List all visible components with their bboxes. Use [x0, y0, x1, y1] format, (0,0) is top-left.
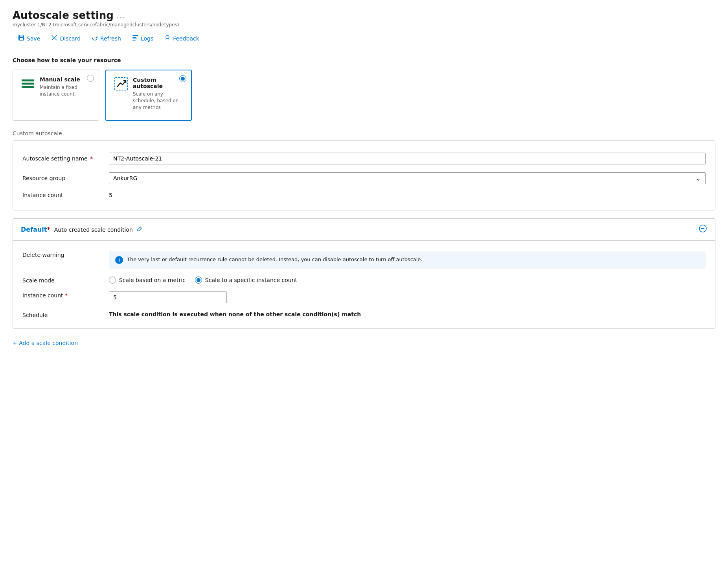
- delete-warning-label: Delete warning: [22, 251, 109, 258]
- schedule-label: Schedule: [22, 311, 109, 318]
- autoscale-name-label: Autoscale setting name *: [22, 155, 109, 162]
- svg-rect-9: [22, 86, 34, 88]
- add-scale-condition-button[interactable]: + Add a scale condition: [13, 337, 715, 349]
- scale-mode-options: Scale based on a metric Scale to a speci…: [109, 277, 706, 284]
- scale-options: Manual scale Maintain a fixed instance c…: [13, 70, 715, 121]
- save-icon: [18, 35, 24, 42]
- logs-button[interactable]: Logs: [127, 32, 159, 45]
- resource-group-row: Resource group AnkurRG: [22, 168, 706, 188]
- autoscale-name-row: Autoscale setting name *: [22, 149, 706, 168]
- custom-autoscale-radio[interactable]: [179, 75, 186, 82]
- scale-mode-label: Scale mode: [22, 277, 109, 284]
- feedback-icon: [164, 35, 171, 42]
- condition-instance-count-row: Instance count *: [22, 288, 706, 307]
- delete-warning-value: i The very last or default recurrence ru…: [109, 251, 706, 269]
- scale-metric-option[interactable]: Scale based on a metric: [109, 277, 186, 284]
- svg-rect-7: [22, 79, 34, 81]
- delete-warning-row: Delete warning i The very last or defaul…: [22, 247, 706, 273]
- svg-rect-2: [132, 35, 138, 36]
- discard-icon: [51, 35, 57, 42]
- resource-group-control: AnkurRG: [109, 172, 706, 184]
- custom-autoscale-card[interactable]: Custom autoscale Scale on any schedule, …: [105, 70, 192, 121]
- scale-condition-box: Default* Auto created scale condition De…: [13, 218, 715, 329]
- manual-scale-icon: [21, 76, 35, 90]
- condition-header-left: Default* Auto created scale condition: [21, 226, 142, 233]
- condition-body: Delete warning i The very last or defaul…: [13, 241, 715, 328]
- instance-count-row: Instance count 5: [22, 188, 706, 202]
- condition-default-label: Default*: [21, 226, 50, 233]
- manual-scale-content: Manual scale Maintain a fixed instance c…: [40, 76, 91, 98]
- autoscale-name-input[interactable]: [109, 153, 706, 164]
- condition-delete-icon[interactable]: [699, 224, 707, 235]
- choose-scale-title: Choose how to scale your resource: [13, 57, 715, 63]
- condition-instance-label: Instance count *: [22, 291, 109, 299]
- instance-count-input[interactable]: [109, 291, 227, 303]
- condition-name: Auto created scale condition: [54, 227, 133, 233]
- manual-scale-card[interactable]: Manual scale Maintain a fixed instance c…: [13, 70, 99, 121]
- autoscale-settings-form: Autoscale setting name * Resource group …: [13, 140, 715, 210]
- edit-icon[interactable]: [137, 226, 142, 233]
- info-icon: i: [115, 256, 123, 264]
- svg-rect-8: [22, 83, 34, 85]
- toolbar: Save Discard Refresh Logs Feedback: [13, 32, 715, 49]
- instance-count-label: Instance count: [22, 192, 109, 198]
- scale-instance-radio[interactable]: [195, 277, 202, 284]
- svg-rect-3: [132, 37, 136, 38]
- svg-rect-4: [132, 39, 137, 39]
- schedule-value: This scale condition is executed when no…: [109, 311, 706, 317]
- refresh-button[interactable]: Refresh: [86, 32, 127, 45]
- custom-autoscale-content: Custom autoscale Scale on any schedule, …: [133, 77, 183, 111]
- save-button[interactable]: Save: [13, 32, 46, 45]
- page-title: Autoscale setting ...: [13, 9, 715, 21]
- resource-group-select[interactable]: AnkurRG: [109, 172, 706, 184]
- custom-autoscale-section-label: Custom autoscale: [13, 130, 715, 136]
- logs-icon: [132, 35, 138, 42]
- resource-group-label: Resource group: [22, 175, 109, 181]
- refresh-icon: [92, 35, 98, 42]
- condition-header: Default* Auto created scale condition: [13, 219, 715, 241]
- custom-autoscale-icon: [114, 77, 128, 91]
- scale-mode-row: Scale mode Scale based on a metric Scale…: [22, 273, 706, 288]
- feedback-button[interactable]: Feedback: [159, 32, 205, 45]
- scale-instance-option[interactable]: Scale to a specific instance count: [195, 277, 297, 284]
- manual-scale-radio[interactable]: [87, 75, 94, 82]
- scale-metric-radio[interactable]: [109, 277, 116, 284]
- svg-rect-5: [132, 40, 136, 41]
- condition-instance-value: [109, 291, 706, 303]
- instance-count-value: 5: [109, 192, 706, 198]
- autoscale-name-control: [109, 153, 706, 164]
- schedule-row: Schedule This scale condition is execute…: [22, 307, 706, 322]
- page-subtitle: mycluster-1/NT2 (microsoft.servicefabric…: [13, 22, 715, 28]
- discard-button[interactable]: Discard: [46, 32, 86, 45]
